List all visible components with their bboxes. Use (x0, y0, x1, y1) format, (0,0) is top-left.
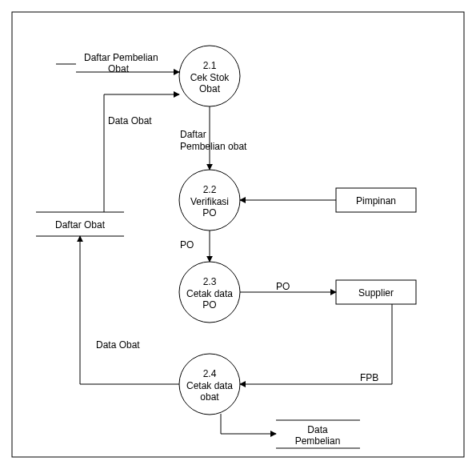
process-name-line1: Cetak data (186, 288, 233, 299)
entity-supplier: Supplier (336, 280, 416, 304)
flow-po-down: PO (180, 230, 210, 262)
flow-po-to-supplier: PO (240, 281, 336, 292)
process-cek-stok-obat: 2.1 Cek Stok Obat (179, 46, 240, 106)
flow-daftar-pembelian-obat-mid: Daftar Pembelian obat (180, 106, 247, 170)
process-number: 2.3 (203, 276, 217, 287)
flow-label: Data Obat (96, 339, 140, 351)
flow-fpb-to-cetak-obat: FPB (240, 304, 392, 384)
flow-to-data-pembelian (221, 414, 276, 434)
process-verifikasi-po: 2.2 Verifikasi PO (179, 170, 240, 230)
flow-data-obat-up: Data Obat (104, 94, 179, 212)
flow-label-top: Daftar Pembelian (84, 52, 158, 63)
datastore-label: Daftar Obat (55, 219, 106, 230)
process-name-line1: Cetak data (186, 380, 233, 391)
process-name-line1: Cek Stok (190, 72, 230, 83)
flow-label: Data Obat (108, 115, 152, 126)
process-name-line2: PO (202, 299, 216, 311)
process-number: 2.4 (203, 368, 217, 379)
datastore-daftar-obat: Daftar Obat (36, 212, 124, 236)
datastore-label-bottom: Pembelian (295, 435, 341, 447)
process-number: 2.1 (203, 60, 217, 71)
entity-label: Pimpinan (356, 195, 396, 206)
process-name-line2: obat (200, 391, 219, 403)
process-name-line1: Verifikasi (190, 196, 229, 207)
process-name-line2: Obat (199, 83, 221, 94)
datastore-label-top: Data (307, 424, 328, 435)
flow-label-top: Daftar (180, 129, 206, 140)
flow-label-bottom: Obat (108, 63, 130, 74)
flow-label: FPB (360, 372, 378, 383)
flow-daftar-pembelian-obat-in: Daftar Pembelian Obat (76, 52, 179, 74)
entity-pimpinan: Pimpinan (336, 188, 416, 212)
process-name-line2: PO (202, 207, 216, 218)
flow-data-obat-left: Data Obat (80, 236, 179, 384)
process-cetak-data-obat: 2.4 Cetak data obat (179, 354, 240, 415)
process-cetak-data-po: 2.3 Cetak data PO (179, 262, 240, 323)
process-number: 2.2 (203, 184, 217, 195)
entity-label: Supplier (358, 287, 394, 299)
datastore-data-pembelian: Data Pembelian (276, 420, 360, 448)
flow-label: PO (276, 281, 290, 292)
flow-label: PO (180, 239, 194, 251)
flow-label-bottom: Pembelian obat (180, 141, 247, 152)
